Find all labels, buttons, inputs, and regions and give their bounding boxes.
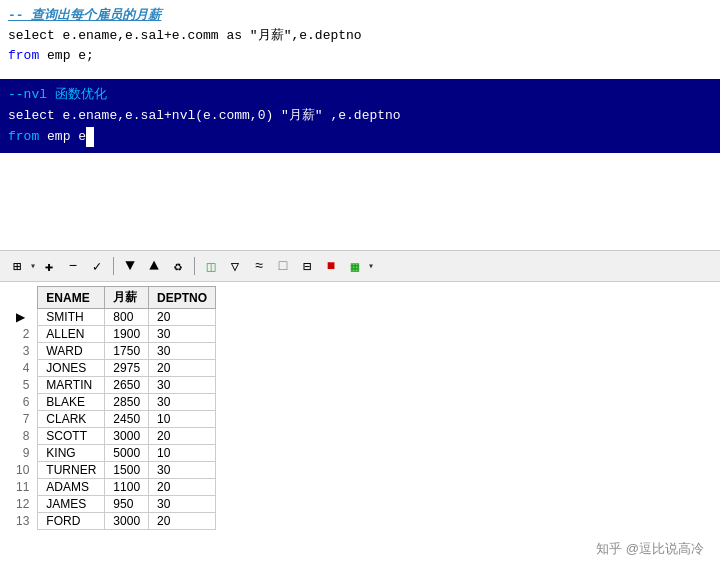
cell-ename: SMITH [38, 309, 105, 326]
comment-line-1: -- 查询出每个雇员的月薪 [8, 6, 712, 26]
row-num: 13 [8, 513, 38, 530]
table-row: 5 MARTIN 2650 30 [8, 377, 216, 394]
cell-salary: 1750 [105, 343, 149, 360]
row-num: 8 [8, 428, 38, 445]
divider-1 [113, 257, 114, 275]
cell-deptno: 30 [149, 343, 216, 360]
cell-deptno: 30 [149, 377, 216, 394]
watermark: 知乎 @逗比说高冷 [596, 540, 704, 558]
cell-ename: CLARK [38, 411, 105, 428]
table-row: 6 BLAKE 2850 30 [8, 394, 216, 411]
cell-ename: MARTIN [38, 377, 105, 394]
table-row: ▶ SMITH 800 20 [8, 309, 216, 326]
cell-ename: BLAKE [38, 394, 105, 411]
wave-icon[interactable]: ≈ [248, 255, 270, 277]
table-row: 2 ALLEN 1900 30 [8, 326, 216, 343]
cell-salary: 2450 [105, 411, 149, 428]
row-num: 3 [8, 343, 38, 360]
cell-salary: 1500 [105, 462, 149, 479]
col-header-ename: ENAME [38, 287, 105, 309]
cell-salary: 2975 [105, 360, 149, 377]
grid-icon[interactable]: ⊞ [6, 255, 28, 277]
row-num: 5 [8, 377, 38, 394]
cell-salary: 2650 [105, 377, 149, 394]
row-num: 11 [8, 479, 38, 496]
row-indicator: ▶ [8, 309, 38, 326]
filter-icon[interactable]: ▼ [119, 255, 141, 277]
cursor [86, 127, 94, 148]
dropdown-arrow[interactable]: ▾ [30, 260, 36, 272]
add-icon[interactable]: ✚ [38, 255, 60, 277]
minus-icon[interactable]: − [62, 255, 84, 277]
chart-dropdown[interactable]: ▾ [368, 260, 374, 272]
cell-salary: 1900 [105, 326, 149, 343]
cell-salary: 1100 [105, 479, 149, 496]
chart2-icon[interactable]: ▦ [344, 255, 366, 277]
export-icon[interactable]: ◫ [200, 255, 222, 277]
cell-ename: SCOTT [38, 428, 105, 445]
row-num: 7 [8, 411, 38, 428]
cell-salary: 2850 [105, 394, 149, 411]
row-num: 12 [8, 496, 38, 513]
cell-deptno: 10 [149, 445, 216, 462]
cell-salary: 950 [105, 496, 149, 513]
table-row: 11 ADAMS 1100 20 [8, 479, 216, 496]
code-text-2: emp e [47, 129, 86, 144]
cell-deptno: 20 [149, 360, 216, 377]
results-table: ENAME 月薪 DEPTNO ▶ SMITH 800 202 ALLEN 19… [8, 286, 216, 530]
row-num: 6 [8, 394, 38, 411]
cell-deptno: 30 [149, 326, 216, 343]
code-text-1: emp e; [47, 48, 94, 63]
refresh-icon[interactable]: ♻ [167, 255, 189, 277]
db-icon[interactable]: ⊟ [296, 255, 318, 277]
cell-ename: WARD [38, 343, 105, 360]
code-editor-section1: -- 查询出每个雇员的月薪 select e.ename,e.sal+e.com… [0, 0, 720, 220]
table-row: 12 JAMES 950 30 [8, 496, 216, 513]
table-row: 13 FORD 3000 20 [8, 513, 216, 530]
save-icon[interactable]: □ [272, 255, 294, 277]
cell-deptno: 20 [149, 479, 216, 496]
cell-ename: JONES [38, 360, 105, 377]
table-row: 3 WARD 1750 30 [8, 343, 216, 360]
cell-ename: ADAMS [38, 479, 105, 496]
col-header-salary: 月薪 [105, 287, 149, 309]
keyword-from-blue: from [8, 129, 39, 144]
code-line-3: select e.ename,e.sal+nvl(e.comm,0) "月薪" … [8, 106, 712, 127]
cell-ename: JAMES [38, 496, 105, 513]
toolbar: ⊞ ▾ ✚ − ✓ ▼ ▲ ♻ ◫ ▽ ≈ □ ⊟ ■ ▦ ▾ [0, 250, 720, 282]
comment-line-2: --nvl 函数优化 [8, 85, 712, 106]
code-line-4: from emp e [8, 127, 712, 148]
cell-ename: KING [38, 445, 105, 462]
code-editor-section2: --nvl 函数优化 select e.ename,e.sal+nvl(e.co… [0, 79, 720, 153]
table-row: 8 SCOTT 3000 20 [8, 428, 216, 445]
cell-deptno: 20 [149, 513, 216, 530]
table-row: 10 TURNER 1500 30 [8, 462, 216, 479]
cell-ename: FORD [38, 513, 105, 530]
cell-deptno: 30 [149, 394, 216, 411]
row-num: 9 [8, 445, 38, 462]
cell-salary: 5000 [105, 445, 149, 462]
table-row: 4 JONES 2975 20 [8, 360, 216, 377]
code-line-1: select e.ename,e.sal+e.comm as "月薪",e.de… [8, 26, 712, 47]
check-icon[interactable]: ✓ [86, 255, 108, 277]
cell-deptno: 20 [149, 309, 216, 326]
cell-deptno: 20 [149, 428, 216, 445]
chart-bar-icon[interactable]: ■ [320, 255, 342, 277]
sort-icon[interactable]: ▲ [143, 255, 165, 277]
cell-ename: ALLEN [38, 326, 105, 343]
table-row: 9 KING 5000 10 [8, 445, 216, 462]
cell-deptno: 10 [149, 411, 216, 428]
cell-deptno: 30 [149, 462, 216, 479]
table-area: ENAME 月薪 DEPTNO ▶ SMITH 800 202 ALLEN 19… [0, 282, 720, 534]
code-line-2: from emp e; [8, 46, 712, 67]
cell-salary: 3000 [105, 428, 149, 445]
row-num: 4 [8, 360, 38, 377]
cell-deptno: 30 [149, 496, 216, 513]
triangle-down-icon[interactable]: ▽ [224, 255, 246, 277]
cell-ename: TURNER [38, 462, 105, 479]
divider-2 [194, 257, 195, 275]
cell-salary: 800 [105, 309, 149, 326]
keyword-from: from [8, 48, 39, 63]
row-num: 2 [8, 326, 38, 343]
table-row: 7 CLARK 2450 10 [8, 411, 216, 428]
